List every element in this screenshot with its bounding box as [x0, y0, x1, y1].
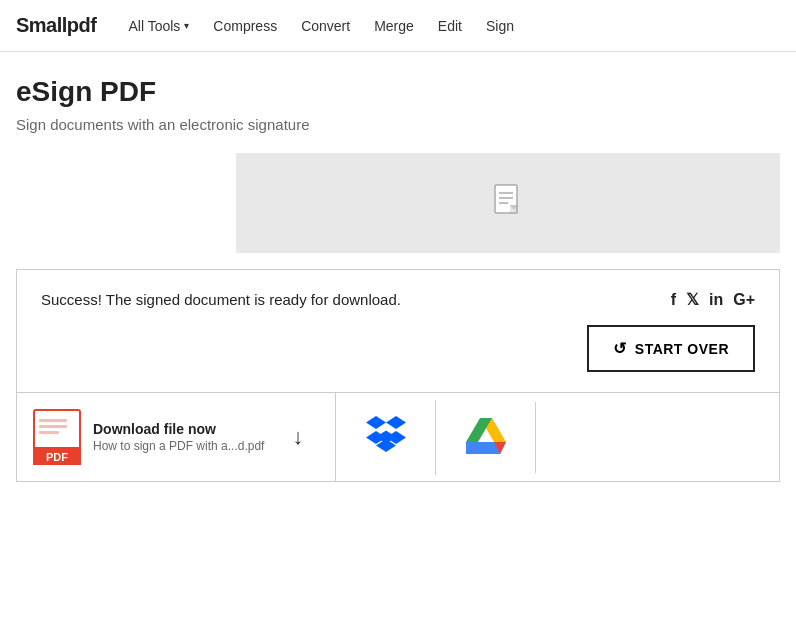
download-subtitle: How to sign a PDF with a...d.pdf	[93, 439, 264, 453]
facebook-icon[interactable]: f	[671, 291, 676, 309]
nav-merge[interactable]: Merge	[374, 18, 414, 34]
file-icon	[494, 184, 522, 223]
main-nav: All Tools ▾ Compress Convert Merge Edit …	[128, 18, 514, 34]
nav-all-tools[interactable]: All Tools ▾	[128, 18, 189, 34]
success-header: Success! The signed document is ready fo…	[17, 270, 779, 309]
refresh-icon: ↺	[613, 339, 627, 358]
svg-rect-6	[39, 425, 67, 428]
linkedin-icon[interactable]: in	[709, 291, 723, 309]
google-plus-icon[interactable]: G+	[733, 291, 755, 309]
dropbox-section[interactable]	[336, 400, 436, 475]
google-drive-icon[interactable]	[466, 418, 506, 457]
page-subtitle: Sign documents with an electronic signat…	[16, 116, 780, 133]
extra-section	[536, 402, 779, 472]
logo[interactable]: Smallpdf	[16, 14, 96, 37]
download-button[interactable]: ↓	[276, 424, 319, 450]
success-message: Success! The signed document is ready fo…	[41, 291, 401, 308]
svg-rect-5	[39, 419, 67, 422]
nav-compress[interactable]: Compress	[213, 18, 277, 34]
svg-rect-7	[39, 431, 59, 434]
header: Smallpdf All Tools ▾ Compress Convert Me…	[0, 0, 796, 52]
start-over-button[interactable]: ↺ START OVER	[587, 325, 755, 372]
twitter-icon[interactable]: 𝕏	[686, 290, 699, 309]
download-title: Download file now	[93, 421, 264, 437]
download-file-section: PDF Download file now How to sign a PDF …	[17, 393, 336, 481]
svg-text:PDF: PDF	[46, 451, 68, 463]
download-info: Download file now How to sign a PDF with…	[93, 421, 264, 453]
svg-marker-10	[366, 416, 386, 429]
social-icons: f 𝕏 in G+	[671, 290, 755, 309]
nav-sign[interactable]: Sign	[486, 18, 514, 34]
download-row: PDF Download file now How to sign a PDF …	[17, 392, 779, 481]
page-title: eSign PDF	[16, 76, 780, 108]
svg-marker-11	[386, 416, 406, 429]
preview-area	[236, 153, 780, 253]
success-card: Success! The signed document is ready fo…	[16, 269, 780, 482]
start-over-row: ↺ START OVER	[17, 309, 779, 392]
chevron-down-icon: ▾	[184, 20, 189, 31]
page-content: eSign PDF Sign documents with an electro…	[0, 52, 796, 498]
dropbox-icon[interactable]	[366, 416, 406, 459]
nav-edit[interactable]: Edit	[438, 18, 462, 34]
nav-convert[interactable]: Convert	[301, 18, 350, 34]
pdf-icon: PDF	[33, 409, 81, 465]
google-drive-section[interactable]	[436, 402, 536, 473]
